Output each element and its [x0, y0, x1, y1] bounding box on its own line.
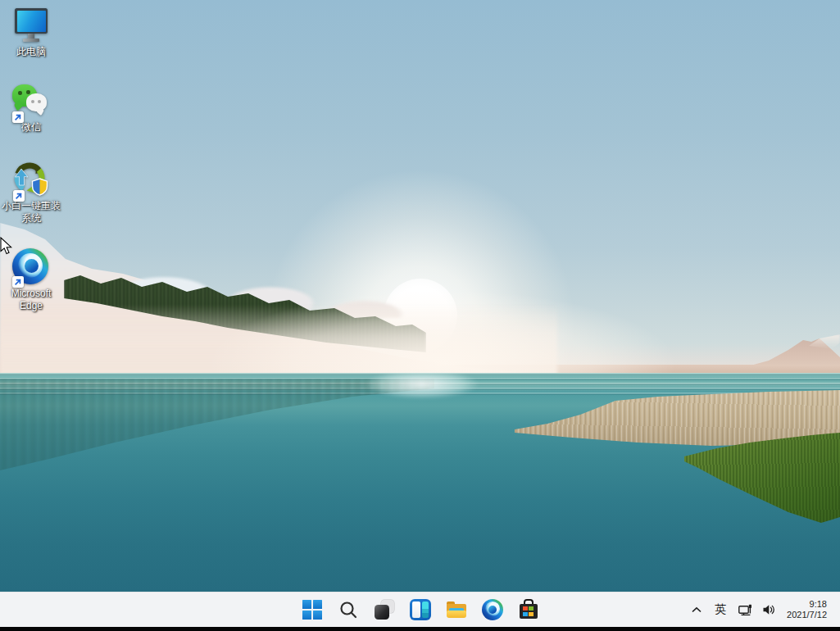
search-button[interactable]: [330, 593, 366, 626]
taskbar-center-icons: [294, 592, 547, 627]
shortcut-arrow-icon: [13, 190, 25, 202]
edge-icon: [482, 599, 503, 620]
windows-desktop: 此电脑 微信: [0, 0, 840, 631]
volume-button[interactable]: [757, 595, 780, 624]
monitor-icon: [15, 8, 48, 34]
windows-start-icon: [302, 600, 322, 620]
volume-icon: [762, 604, 775, 615]
show-hidden-icons-button[interactable]: [685, 595, 708, 624]
wallpaper-sun-reflection: [348, 373, 496, 411]
start-button[interactable]: [294, 593, 330, 626]
file-explorer-icon: [446, 599, 467, 620]
desktop-icon-label: 小白一键重装系统: [0, 200, 62, 225]
taskbar: 英 9:18 2021/7/12: [0, 592, 840, 627]
edge-button[interactable]: [474, 593, 511, 626]
desktop-icon-wechat[interactable]: 微信: [0, 82, 62, 134]
clock[interactable]: 9:18 2021/7/12: [783, 595, 830, 624]
wallpaper: [0, 0, 840, 592]
desktop-icon-label: Microsoft Edge: [0, 288, 62, 312]
tray-time: 9:18: [810, 599, 827, 611]
task-view-icon: [374, 599, 395, 620]
edge-icon: [12, 248, 50, 286]
desktop-icon-label: 微信: [21, 121, 41, 134]
this-pc-icon: [12, 7, 50, 44]
shortcut-arrow-icon: [12, 276, 24, 288]
ime-indicator[interactable]: 英: [708, 595, 733, 624]
chevron-up-icon: [691, 606, 702, 614]
shortcut-arrow-icon: [12, 111, 24, 123]
wechat-icon: [12, 82, 50, 120]
file-explorer-button[interactable]: [438, 593, 474, 626]
desktop-icon-microsoft-edge[interactable]: Microsoft Edge: [0, 248, 62, 312]
task-view-button[interactable]: [366, 593, 402, 626]
tray-date: 2021/7/12: [787, 610, 827, 621]
desktop-icon-this-pc[interactable]: 此电脑: [0, 7, 62, 58]
widgets-button[interactable]: [402, 593, 438, 626]
system-tray: 英 9:18 2021/7/12: [685, 592, 840, 627]
xiaobai-reinstall-icon: [12, 161, 50, 198]
screen-bottom-strip: [0, 627, 840, 631]
microsoft-store-icon: [518, 599, 539, 620]
widgets-icon: [410, 599, 431, 620]
search-icon: [338, 600, 358, 620]
microsoft-store-button[interactable]: [511, 593, 547, 626]
network-icon: [738, 604, 752, 616]
network-button[interactable]: [733, 595, 757, 624]
desktop-icon-label: 此电脑: [16, 46, 46, 58]
desktop-icon-xiaobai-reinstall[interactable]: 小白一键重装系统: [0, 161, 62, 225]
